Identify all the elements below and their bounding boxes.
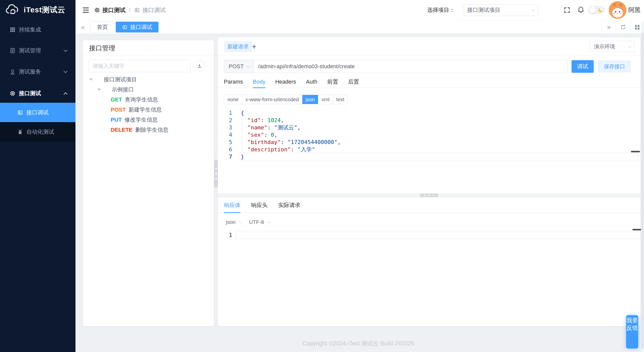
code-line: 4 "sex": 0, — [218, 131, 640, 138]
fullscreen-icon[interactable] — [564, 7, 571, 14]
request-tab[interactable]: 新建请求 — [224, 41, 252, 52]
tree-node[interactable]: PUT修改学生信息 — [83, 115, 214, 125]
breadcrumb-item[interactable]: 接口测试 — [102, 6, 126, 14]
environment-select[interactable]: 演示环境 — [590, 41, 635, 52]
tabs-scroll-right-icon[interactable]: » — [602, 20, 616, 34]
body-type-x-www-form-urlencoded[interactable]: x-www-form-urlencoded — [242, 95, 302, 104]
tree-node[interactable]: DELETE删除学生信息 — [83, 125, 214, 135]
editor-scrollbar-thumb[interactable] — [631, 151, 640, 152]
tree-node[interactable]: 示例接口 — [83, 85, 214, 95]
response-scrollbar-thumb[interactable] — [632, 229, 641, 230]
request-tab-前置[interactable]: 前置 — [327, 76, 338, 88]
tree-node[interactable]: POST新建学生信息 — [83, 105, 214, 115]
toggle-knob — [589, 7, 596, 13]
app-logo[interactable]: iTest测试云 — [5, 3, 65, 17]
token-k: "description" — [248, 146, 291, 153]
http-method-select[interactable]: POST — [224, 60, 254, 73]
tree-node-label: 新建学生信息 — [129, 106, 162, 114]
tabs-scroll-left-icon[interactable]: « — [75, 20, 90, 34]
code-content: "sex": 0, — [241, 131, 277, 138]
token-b: } — [241, 154, 244, 160]
username[interactable]: 阿黑 — [628, 0, 640, 20]
search-input[interactable] — [89, 60, 191, 72]
token-c: , — [297, 124, 301, 131]
response-tab-响应体[interactable]: 响应体 — [224, 197, 240, 213]
refresh-icon[interactable] — [616, 20, 630, 34]
sidebar-item-接口测试[interactable]: 接口测试 — [0, 86, 75, 101]
token-b: { — [241, 110, 244, 116]
request-config-tabs: ParamsBodyHeadersAuth前置后置 — [218, 76, 640, 88]
chip-icon — [94, 7, 100, 13]
debug-button[interactable]: 调试 — [572, 60, 594, 73]
save-api-button[interactable]: 保存接口 — [598, 61, 631, 72]
panel-title: 接口管理 — [89, 40, 115, 56]
response-format-value: json — [226, 219, 236, 225]
folder-icon — [104, 87, 109, 93]
page-tab-首页[interactable]: 首页 — [91, 22, 114, 32]
request-tab-后置[interactable]: 后置 — [348, 76, 359, 88]
notification-bell-icon[interactable] — [577, 6, 585, 14]
request-url-input[interactable] — [253, 60, 567, 73]
page-tab-接口调试[interactable]: 接口调试 — [116, 22, 158, 32]
request-tab-Auth[interactable]: Auth — [306, 76, 317, 88]
debug-card-icon — [17, 110, 23, 116]
response-format-select[interactable]: json — [226, 215, 242, 229]
page-scrollbar[interactable] — [641, 21, 644, 352]
body-type-text[interactable]: text — [333, 95, 348, 104]
copyright-footer: Copyright ©2024-iTest 测试云 Build 241025 — [75, 340, 641, 347]
response-body-editor[interactable]: 1 — [218, 231, 236, 239]
sidebar-subitem-自动化测试[interactable]: 自动化测试 — [0, 122, 75, 142]
page-tab-label: 首页 — [97, 23, 108, 31]
body-type-none[interactable]: none — [224, 95, 242, 104]
debug-card-icon — [134, 7, 140, 13]
caret-down-icon[interactable] — [97, 89, 101, 91]
response-tab-响应头[interactable]: 响应头 — [251, 197, 268, 213]
tree-node[interactable]: 接口测试项目 — [83, 75, 214, 85]
app-title: iTest测试云 — [24, 5, 65, 15]
sidebar-subitem-接口调试[interactable]: 接口调试 — [0, 103, 75, 122]
request-tab-Params[interactable]: Params — [224, 76, 243, 88]
token-s: "入学" — [297, 146, 315, 153]
import-download-button[interactable] — [194, 60, 205, 72]
tree-node-label: 示例接口 — [112, 86, 134, 93]
user-avatar[interactable] — [609, 1, 626, 19]
code-line: 5 "birthday": "1720454400000", — [218, 138, 640, 146]
token-n: 1024 — [267, 117, 281, 123]
code-line: 7} — [218, 153, 640, 160]
tree-node-label: 删除学生信息 — [135, 126, 169, 134]
body-type-json[interactable]: json — [302, 95, 318, 104]
request-tab-Body[interactable]: Body — [253, 76, 265, 88]
collapse-sidebar-icon[interactable] — [82, 6, 90, 14]
vertical-resize-handle[interactable] — [214, 160, 218, 188]
code-content: "description": "入学" — [241, 146, 315, 153]
sidebar-item-测试管理[interactable]: 测试管理 — [0, 43, 75, 58]
line-number: 4 — [218, 131, 236, 138]
feedback-button[interactable]: 我要反馈 — [626, 315, 638, 348]
tree-node[interactable]: GET查询学生信息 — [83, 95, 214, 105]
caret-down-icon[interactable] — [89, 79, 93, 81]
request-tab-Headers[interactable]: Headers — [275, 76, 296, 88]
json-body-editor[interactable]: 1{2 "id": 1024,3 "name": "测试云",4 "sex": … — [218, 109, 640, 160]
sidebar-item-持续集成[interactable]: 持续集成 — [0, 22, 75, 37]
page-tab-label: 接口调试 — [130, 23, 152, 31]
project-select[interactable]: 接口测试项目 — [463, 4, 538, 16]
sidebar-item-测试服务[interactable]: 测试服务 — [0, 64, 75, 79]
token-s: "测试云" — [274, 124, 297, 131]
chevron-down-icon — [531, 8, 535, 12]
response-charset-select[interactable]: UTF-8 — [249, 215, 270, 229]
body-type-xml[interactable]: xml — [318, 95, 333, 104]
line-number: 5 — [218, 138, 236, 146]
chevron-down-icon — [267, 220, 271, 223]
app-window: iTest测试云 持续集成测试管理测试服务接口测试 接口调试自动化测试 接口测试… — [0, 0, 644, 352]
add-request-tab-button[interactable]: + — [249, 41, 259, 52]
horizontal-resize-handle[interactable] — [218, 193, 640, 197]
chevron-down-icon — [239, 220, 242, 223]
token-k: "birthday" — [248, 139, 281, 145]
page-scrollbar-thumb[interactable] — [641, 33, 643, 349]
api-tree: 接口测试项目示例接口GET查询学生信息POST新建学生信息PUT修改学生信息DE… — [83, 75, 214, 135]
chip-icon — [10, 90, 16, 96]
theme-toggle[interactable] — [588, 6, 605, 14]
code-line: 2 "id": 1024, — [218, 117, 640, 124]
code-content: "name": "测试云", — [241, 124, 301, 131]
response-tab-实际请求[interactable]: 实际请求 — [278, 197, 300, 213]
